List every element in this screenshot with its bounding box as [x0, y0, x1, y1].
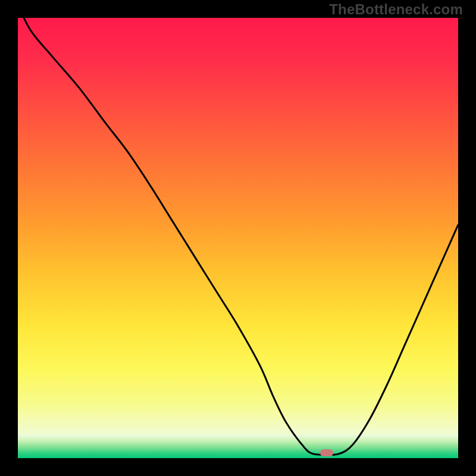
curve-path [18, 18, 458, 455]
selection-marker[interactable] [320, 449, 333, 456]
chart-stage: TheBottleneck.com [0, 0, 476, 476]
plot-area [18, 18, 458, 458]
watermark-text: TheBottleneck.com [329, 1, 463, 18]
bottleneck-curve [18, 18, 458, 458]
